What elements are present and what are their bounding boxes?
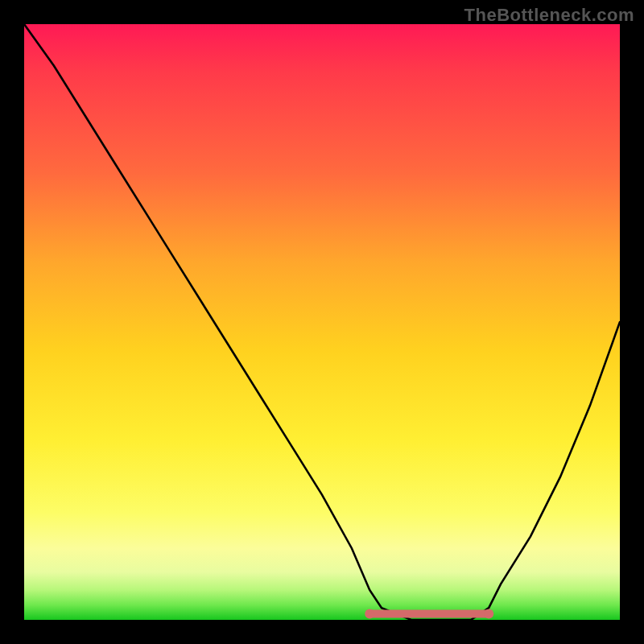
flat-end-dot-right [484,609,493,619]
chart-frame: TheBottleneck.com [0,0,644,644]
watermark-text: TheBottleneck.com [464,5,634,26]
flat-end-dot-left [365,609,374,619]
bottleneck-curve [24,24,620,620]
plot-area [24,24,620,620]
curve-layer [24,24,620,620]
